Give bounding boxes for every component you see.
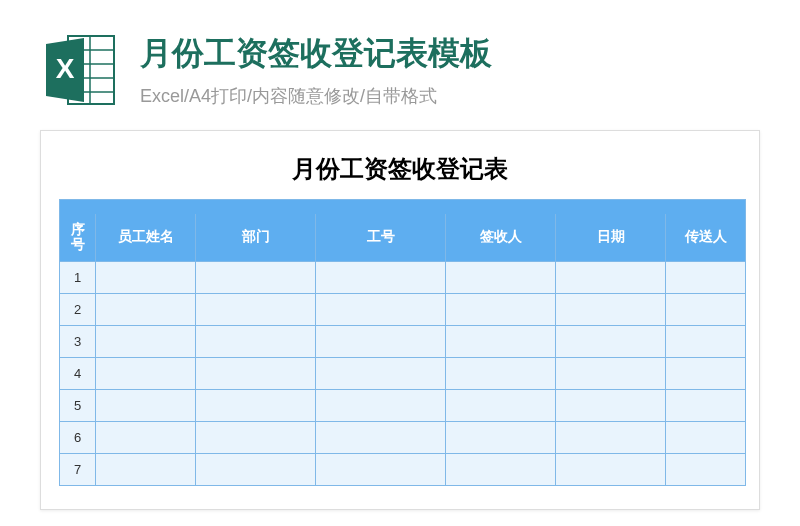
- cell-dept: [196, 390, 316, 422]
- cell-name: [96, 294, 196, 326]
- cell-emp-id: [316, 422, 446, 454]
- cell-sender: [666, 326, 746, 358]
- cell-emp-id: [316, 390, 446, 422]
- table-row: 1: [60, 262, 746, 294]
- table-row: 5: [60, 390, 746, 422]
- cell-seq: 2: [60, 294, 96, 326]
- cell-name: [96, 390, 196, 422]
- cell-date: [556, 294, 666, 326]
- cell-date: [556, 390, 666, 422]
- col-emp-id: 工号: [316, 214, 446, 262]
- table-row: 3: [60, 326, 746, 358]
- cell-signer: [446, 390, 556, 422]
- cell-sender: [666, 358, 746, 390]
- cell-seq: 4: [60, 358, 96, 390]
- svg-text:X: X: [56, 53, 75, 84]
- cell-emp-id: [316, 358, 446, 390]
- cell-dept: [196, 454, 316, 486]
- cell-emp-id: [316, 262, 446, 294]
- table-row: 4: [60, 358, 746, 390]
- cell-date: [556, 422, 666, 454]
- cell-name: [96, 326, 196, 358]
- template-header: X 月份工资签收登记表模板 Excel/A4打印/内容随意修改/自带格式: [0, 0, 800, 130]
- cell-name: [96, 422, 196, 454]
- cell-seq: 3: [60, 326, 96, 358]
- cell-dept: [196, 262, 316, 294]
- cell-signer: [446, 326, 556, 358]
- sheet-title: 月份工资签收登记表: [59, 147, 741, 199]
- cell-date: [556, 262, 666, 294]
- col-seq: 序号: [60, 214, 96, 262]
- cell-seq: 7: [60, 454, 96, 486]
- cell-date: [556, 358, 666, 390]
- col-signer: 签收人: [446, 214, 556, 262]
- sheet-preview: 月份工资签收登记表 序号 员工姓名 部门 工号 签收人 日期 传送人: [40, 130, 760, 510]
- cell-signer: [446, 422, 556, 454]
- col-name: 员工姓名: [96, 214, 196, 262]
- cell-signer: [446, 294, 556, 326]
- cell-seq: 1: [60, 262, 96, 294]
- cell-seq: 5: [60, 390, 96, 422]
- cell-sender: [666, 454, 746, 486]
- col-date: 日期: [556, 214, 666, 262]
- cell-name: [96, 262, 196, 294]
- cell-dept: [196, 294, 316, 326]
- cell-dept: [196, 326, 316, 358]
- salary-sign-table: 序号 员工姓名 部门 工号 签收人 日期 传送人 1: [59, 199, 746, 486]
- header-text: 月份工资签收登记表模板 Excel/A4打印/内容随意修改/自带格式: [140, 32, 760, 108]
- cell-emp-id: [316, 326, 446, 358]
- cell-name: [96, 358, 196, 390]
- cell-sender: [666, 262, 746, 294]
- col-sender: 传送人: [666, 214, 746, 262]
- cell-date: [556, 454, 666, 486]
- cell-date: [556, 326, 666, 358]
- header-row: 序号 员工姓名 部门 工号 签收人 日期 传送人: [60, 214, 746, 262]
- cell-sender: [666, 390, 746, 422]
- table-row: 2: [60, 294, 746, 326]
- cell-sender: [666, 294, 746, 326]
- cell-emp-id: [316, 294, 446, 326]
- cell-sender: [666, 422, 746, 454]
- cell-seq: 6: [60, 422, 96, 454]
- cell-signer: [446, 262, 556, 294]
- cell-name: [96, 454, 196, 486]
- template-subtitle: Excel/A4打印/内容随意修改/自带格式: [140, 84, 760, 108]
- table-body: 1 2 3: [60, 262, 746, 486]
- excel-icon: X: [40, 30, 120, 110]
- cell-dept: [196, 358, 316, 390]
- cell-signer: [446, 358, 556, 390]
- table-row: 7: [60, 454, 746, 486]
- cell-signer: [446, 454, 556, 486]
- table-row: 6: [60, 422, 746, 454]
- template-title: 月份工资签收登记表模板: [140, 32, 760, 76]
- cell-dept: [196, 422, 316, 454]
- header-bar-row: [60, 200, 746, 214]
- preview-wrap: 月份工资签收登记表 序号 员工姓名 部门 工号 签收人 日期 传送人: [0, 130, 800, 510]
- col-dept: 部门: [196, 214, 316, 262]
- cell-emp-id: [316, 454, 446, 486]
